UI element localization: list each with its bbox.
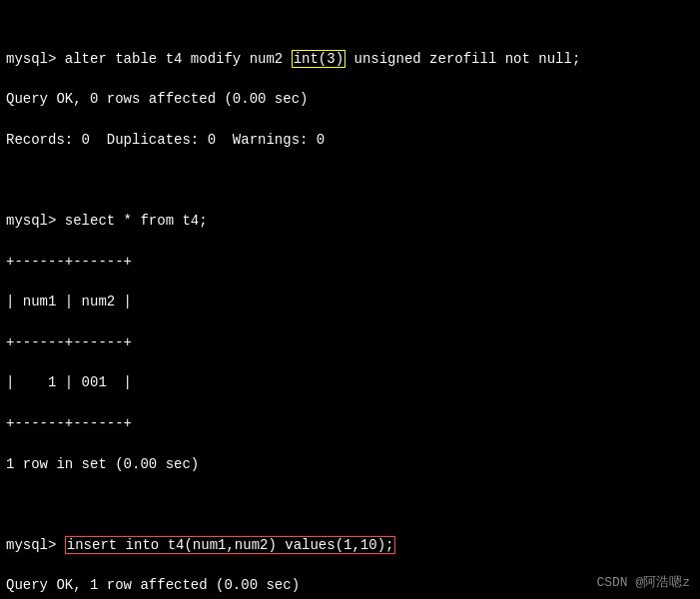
cmd-part1: alter table t4 modify num2 <box>65 51 292 67</box>
line-6: | num1 | num2 | <box>6 292 694 311</box>
cmd-part2: unsigned zerofill not null; <box>346 51 580 67</box>
line-7: +------+------+ <box>6 332 694 352</box>
line-8: | 1 | 001 | <box>6 372 694 392</box>
line-11: mysql> insert into t4(num1,num2) values(… <box>6 535 694 555</box>
line-9: +------+------+ <box>6 413 694 433</box>
line-blank-1 <box>6 170 694 190</box>
int-highlight: int(3) <box>292 50 346 68</box>
watermark: CSDN @阿浩嗯z <box>596 573 690 591</box>
line-2: Query OK, 0 rows affected (0.00 sec) <box>6 89 694 109</box>
line-10: 1 row in set (0.00 sec) <box>6 454 694 474</box>
prompt: mysql> <box>6 51 65 67</box>
line-1: mysql> alter table t4 modify num2 int(3)… <box>6 49 694 69</box>
line-5: +------+------+ <box>6 252 694 272</box>
insert-cmd-1: insert into t4(num1,num2) values(1,10); <box>65 536 396 554</box>
line-blank-2 <box>6 494 694 514</box>
line-12: Query OK, 1 row affected (0.00 sec) <box>6 575 694 595</box>
line-4: mysql> select * from t4; <box>6 211 694 231</box>
terminal: mysql> alter table t4 modify num2 int(3)… <box>6 8 694 599</box>
line-3: Records: 0 Duplicates: 0 Warnings: 0 <box>6 130 694 150</box>
prompt-2: mysql> <box>6 537 65 553</box>
